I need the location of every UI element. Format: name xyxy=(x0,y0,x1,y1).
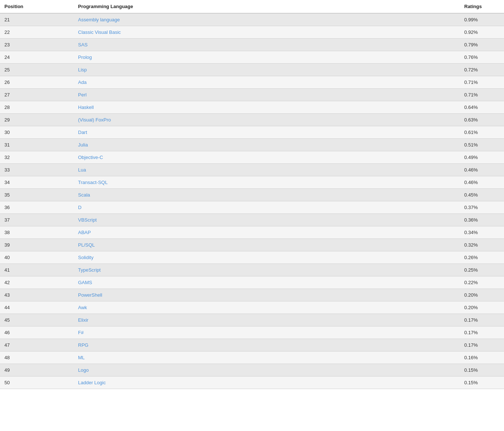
table-row: 34Transact-SQL0.46% xyxy=(0,176,504,189)
cell-language: Ada xyxy=(74,76,460,89)
cell-position: 38 xyxy=(0,226,74,239)
cell-position: 37 xyxy=(0,214,74,226)
table-row: 21Assembly language0.99% xyxy=(0,13,504,26)
cell-position: 46 xyxy=(0,326,74,339)
cell-language: Prolog xyxy=(74,51,460,64)
cell-rating: 0.32% xyxy=(460,239,504,251)
table-header-row: Position Programming Language Ratings xyxy=(0,0,504,13)
cell-rating: 0.17% xyxy=(460,326,504,339)
cell-position: 40 xyxy=(0,251,74,264)
cell-position: 44 xyxy=(0,301,74,314)
table-row: 41TypeScript0.25% xyxy=(0,264,504,276)
cell-language: Julia xyxy=(74,139,460,151)
cell-language: Lisp xyxy=(74,64,460,76)
cell-language: PL/SQL xyxy=(74,239,460,251)
table-row: 46F#0.17% xyxy=(0,326,504,339)
cell-position: 27 xyxy=(0,89,74,101)
cell-position: 32 xyxy=(0,151,74,164)
cell-rating: 0.15% xyxy=(460,364,504,377)
table-row: 37VBScript0.36% xyxy=(0,214,504,226)
cell-rating: 0.17% xyxy=(460,339,504,351)
cell-language: ABAP xyxy=(74,226,460,239)
cell-language: Ladder Logic xyxy=(74,377,460,389)
table-row: 23SAS0.79% xyxy=(0,39,504,51)
cell-language: Lua xyxy=(74,164,460,176)
cell-rating: 0.26% xyxy=(460,251,504,264)
table-row: 38ABAP0.34% xyxy=(0,226,504,239)
cell-language: Elixir xyxy=(74,314,460,326)
cell-language: Assembly language xyxy=(74,13,460,26)
cell-rating: 0.45% xyxy=(460,189,504,201)
table-row: 27Perl0.71% xyxy=(0,89,504,101)
table-row: 30Dart0.61% xyxy=(0,126,504,139)
cell-position: 21 xyxy=(0,13,74,26)
table-row: 36D0.37% xyxy=(0,201,504,214)
cell-position: 43 xyxy=(0,289,74,301)
cell-rating: 0.37% xyxy=(460,201,504,214)
table-row: 43PowerShell0.20% xyxy=(0,289,504,301)
cell-rating: 0.20% xyxy=(460,301,504,314)
table-row: 29(Visual) FoxPro0.63% xyxy=(0,114,504,126)
cell-position: 50 xyxy=(0,377,74,389)
table-row: 44Awk0.20% xyxy=(0,301,504,314)
cell-rating: 0.16% xyxy=(460,351,504,364)
cell-rating: 0.15% xyxy=(460,377,504,389)
cell-language: D xyxy=(74,201,460,214)
cell-position: 36 xyxy=(0,201,74,214)
cell-rating: 0.72% xyxy=(460,64,504,76)
cell-position: 47 xyxy=(0,339,74,351)
cell-rating: 0.36% xyxy=(460,214,504,226)
cell-rating: 0.51% xyxy=(460,139,504,151)
cell-rating: 0.79% xyxy=(460,39,504,51)
cell-language: Dart xyxy=(74,126,460,139)
table-row: 24Prolog0.76% xyxy=(0,51,504,64)
cell-position: 48 xyxy=(0,351,74,364)
table-row: 32Objective-C0.49% xyxy=(0,151,504,164)
cell-position: 33 xyxy=(0,164,74,176)
cell-language: Awk xyxy=(74,301,460,314)
programming-languages-table: Position Programming Language Ratings 21… xyxy=(0,0,504,389)
cell-rating: 0.25% xyxy=(460,264,504,276)
table-row: 48ML0.16% xyxy=(0,351,504,364)
cell-language: F# xyxy=(74,326,460,339)
cell-language: GAMS xyxy=(74,276,460,289)
table-row: 39PL/SQL0.32% xyxy=(0,239,504,251)
cell-language: Transact-SQL xyxy=(74,176,460,189)
cell-position: 28 xyxy=(0,101,74,114)
table-row: 40Solidity0.26% xyxy=(0,251,504,264)
cell-language: Solidity xyxy=(74,251,460,264)
cell-language: VBScript xyxy=(74,214,460,226)
cell-rating: 0.92% xyxy=(460,26,504,39)
cell-rating: 0.71% xyxy=(460,89,504,101)
cell-position: 30 xyxy=(0,126,74,139)
cell-language: Haskell xyxy=(74,101,460,114)
cell-position: 39 xyxy=(0,239,74,251)
cell-rating: 0.76% xyxy=(460,51,504,64)
table-row: 49Logo0.15% xyxy=(0,364,504,377)
table-row: 50Ladder Logic0.15% xyxy=(0,377,504,389)
cell-language: TypeScript xyxy=(74,264,460,276)
table-row: 28Haskell0.64% xyxy=(0,101,504,114)
cell-rating: 0.22% xyxy=(460,276,504,289)
cell-position: 34 xyxy=(0,176,74,189)
table-row: 35Scala0.45% xyxy=(0,189,504,201)
cell-position: 31 xyxy=(0,139,74,151)
cell-language: SAS xyxy=(74,39,460,51)
cell-rating: 0.34% xyxy=(460,226,504,239)
table-row: 31Julia0.51% xyxy=(0,139,504,151)
table-row: 26Ada0.71% xyxy=(0,76,504,89)
cell-position: 25 xyxy=(0,64,74,76)
cell-rating: 0.64% xyxy=(460,101,504,114)
cell-position: 45 xyxy=(0,314,74,326)
cell-language: ML xyxy=(74,351,460,364)
table-row: 25Lisp0.72% xyxy=(0,64,504,76)
cell-rating: 0.46% xyxy=(460,164,504,176)
cell-language: (Visual) FoxPro xyxy=(74,114,460,126)
cell-rating: 0.99% xyxy=(460,13,504,26)
cell-rating: 0.17% xyxy=(460,314,504,326)
header-ratings: Ratings xyxy=(460,0,504,13)
table-row: 42GAMS0.22% xyxy=(0,276,504,289)
cell-rating: 0.71% xyxy=(460,76,504,89)
cell-language: PowerShell xyxy=(74,289,460,301)
header-position: Position xyxy=(0,0,74,13)
